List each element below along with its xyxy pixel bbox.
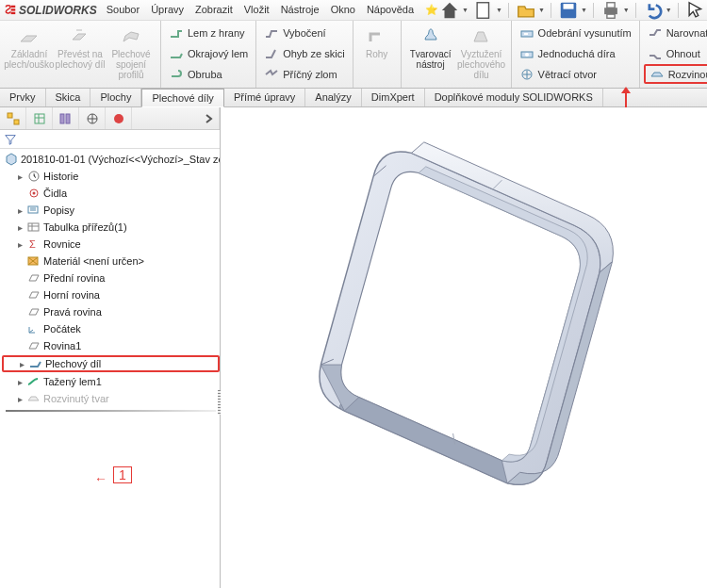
menu-tools[interactable]: Nástroje bbox=[281, 4, 320, 16]
svg-rect-8 bbox=[607, 14, 615, 18]
rbtn-cross-break[interactable]: Příčný zlom bbox=[260, 64, 348, 84]
svg-text:Σ: Σ bbox=[29, 238, 36, 250]
expand-icon[interactable]: ▸ bbox=[17, 359, 26, 369]
tree-history[interactable]: ▸ Historie bbox=[2, 168, 220, 185]
rbtn-edge-flange[interactable]: Lem z hrany bbox=[165, 23, 252, 42]
rbtn-unfold[interactable]: Narovnat bbox=[644, 23, 707, 42]
tree-equations[interactable]: ▸ Σ Rovnice bbox=[2, 236, 220, 253]
panel-tab-property-icon[interactable] bbox=[26, 107, 53, 129]
rbtn-sketched-bend[interactable]: Ohyb ze skici bbox=[260, 43, 348, 63]
panel-tab-tree-icon[interactable] bbox=[0, 107, 26, 129]
rbtn-corners[interactable]: Rohy bbox=[357, 23, 397, 59]
rbtn-flatten[interactable]: Rozvinout bbox=[644, 64, 707, 84]
origin-icon bbox=[26, 322, 41, 335]
tree-plane1[interactable]: Rovina1 bbox=[2, 337, 220, 354]
panel-tabs bbox=[0, 107, 220, 130]
tree-sheet-metal[interactable]: ▸ Plechový díl bbox=[2, 355, 220, 372]
expand-icon[interactable]: ▸ bbox=[15, 172, 25, 182]
rbtn-simple-hole[interactable]: Jednoduchá díra bbox=[516, 43, 635, 63]
fold-icon bbox=[648, 46, 663, 61]
tree-cut-list[interactable]: ▸ Tabulka přířezů(1) bbox=[2, 219, 220, 236]
menu-window[interactable]: Okno bbox=[331, 4, 355, 16]
model-view bbox=[239, 117, 692, 569]
menu-insert[interactable]: Vložit bbox=[244, 4, 270, 16]
qat-home-icon[interactable] bbox=[438, 1, 461, 20]
tree-right-plane[interactable]: Pravá rovina bbox=[2, 303, 220, 320]
rbtn-extruded-cut[interactable]: Odebrání vysunutím bbox=[516, 23, 635, 42]
extruded-cut-icon bbox=[519, 25, 534, 41]
qat-new-icon[interactable] bbox=[472, 1, 495, 20]
expand-icon[interactable]: ▸ bbox=[15, 205, 25, 216]
plane-icon bbox=[26, 305, 41, 318]
tree-filter[interactable] bbox=[0, 130, 220, 149]
qat-print-icon[interactable] bbox=[600, 1, 622, 20]
qat-open-icon[interactable] bbox=[515, 1, 537, 20]
menu-file[interactable]: Soubor bbox=[107, 4, 140, 16]
svg-rect-0 bbox=[11, 5, 16, 7]
flatten-icon bbox=[649, 67, 665, 82]
app-logo: SOLIDWORKS bbox=[4, 4, 97, 17]
feature-tree: 201810-01-01 (Výchozí<<Výchozí>_Stav zob… bbox=[0, 149, 220, 414]
menu-help[interactable]: Nápověda bbox=[367, 4, 414, 16]
command-tabs: Prvky Skica Plochy Plechové díly Přímé ú… bbox=[0, 89, 707, 107]
panel-tab-appearance-icon[interactable] bbox=[106, 107, 132, 129]
history-icon bbox=[26, 170, 41, 183]
svg-point-20 bbox=[114, 114, 123, 123]
plane-icon bbox=[26, 339, 41, 352]
tree-sensors[interactable]: Čidla bbox=[2, 185, 220, 202]
miter-icon bbox=[169, 46, 184, 61]
tree-origin[interactable]: Počátek bbox=[2, 320, 220, 337]
rbtn-gusset[interactable]: Vyztužení plechového dílu bbox=[456, 23, 507, 80]
graphics-viewport[interactable] bbox=[221, 107, 707, 588]
plane-icon bbox=[26, 271, 41, 285]
tree-material[interactable]: Materiál <není určen> bbox=[2, 253, 220, 270]
panel-tab-config-icon[interactable] bbox=[53, 107, 79, 129]
rbtn-forming-tool[interactable]: Tvarovací nástroj bbox=[405, 23, 456, 70]
expand-icon[interactable]: ▸ bbox=[15, 377, 25, 387]
rbtn-hem[interactable]: Obruba bbox=[165, 64, 252, 84]
tree-annotations[interactable]: ▸ Popisy bbox=[2, 202, 220, 219]
expand-icon[interactable]: ▸ bbox=[15, 394, 25, 404]
tree-rollback-bar[interactable] bbox=[6, 410, 216, 412]
tab-dimxpert[interactable]: DimXpert bbox=[362, 89, 425, 106]
panel-tab-dimxpert-icon[interactable] bbox=[79, 107, 106, 129]
menu-view[interactable]: Zobrazit bbox=[195, 4, 233, 16]
tab-direct-editing[interactable]: Přímé úpravy bbox=[224, 89, 305, 106]
menu-search-icon[interactable]: ⭐ bbox=[425, 4, 438, 16]
qat-undo-icon[interactable] bbox=[642, 1, 665, 20]
menu-edit[interactable]: Úpravy bbox=[151, 4, 184, 16]
swept-flange-icon bbox=[26, 375, 41, 388]
rbtn-vent[interactable]: Větrací otvor bbox=[516, 64, 635, 84]
flat-pattern-icon bbox=[26, 392, 41, 405]
tab-surfaces[interactable]: Plochy bbox=[90, 89, 141, 106]
expand-icon[interactable]: ▸ bbox=[15, 222, 25, 233]
qat-save-icon[interactable] bbox=[557, 1, 580, 20]
rbtn-fold[interactable]: Ohnout bbox=[644, 43, 707, 63]
qat-select-icon[interactable] bbox=[684, 1, 707, 20]
tab-sheet-metal[interactable]: Plechové díly bbox=[141, 89, 223, 107]
tab-evaluate[interactable]: Analýzy bbox=[305, 89, 362, 106]
tree-front-plane[interactable]: Přední rovina bbox=[2, 270, 220, 286]
rbtn-jog[interactable]: Vybočení bbox=[260, 23, 348, 42]
ribbon: Základní plech/ouško Převést na plechový… bbox=[0, 21, 707, 89]
title-bar: SOLIDWORKS Soubor Úpravy Zobrazit Vložit… bbox=[0, 0, 707, 21]
material-icon bbox=[26, 254, 41, 268]
rbtn-convert[interactable]: Převést na plechový díl bbox=[55, 23, 106, 70]
tab-sketch[interactable]: Skica bbox=[46, 89, 91, 106]
tab-addins[interactable]: Doplňkové moduly SOLIDWORKS bbox=[425, 89, 603, 106]
svg-point-23 bbox=[33, 192, 36, 195]
tree-top-plane[interactable]: Horní rovina bbox=[2, 286, 220, 303]
tab-features[interactable]: Prvky bbox=[0, 89, 46, 106]
rbtn-miter-flange[interactable]: Okrajový lem bbox=[165, 43, 252, 63]
gusset-icon bbox=[470, 24, 493, 47]
panel-tab-expand-icon[interactable] bbox=[199, 107, 220, 129]
expand-icon[interactable]: ▸ bbox=[15, 239, 25, 250]
tree-root[interactable]: 201810-01-01 (Výchozí<<Výchozí>_Stav zob… bbox=[2, 151, 220, 168]
feature-manager-panel: 201810-01-01 (Výchozí<<Výchozí>_Stav zob… bbox=[0, 107, 221, 588]
rbtn-lofted[interactable]: Plechové spojení profilů bbox=[106, 23, 156, 80]
svg-rect-5 bbox=[563, 4, 573, 9]
tree-swept-flange[interactable]: ▸ Tažený lem1 bbox=[2, 373, 220, 390]
tree-flat-pattern[interactable]: ▸ Rozvinutý tvar bbox=[2, 390, 220, 407]
sketch-bend-icon bbox=[264, 46, 279, 61]
rbtn-base-flange[interactable]: Základní plech/ouško bbox=[4, 23, 55, 70]
